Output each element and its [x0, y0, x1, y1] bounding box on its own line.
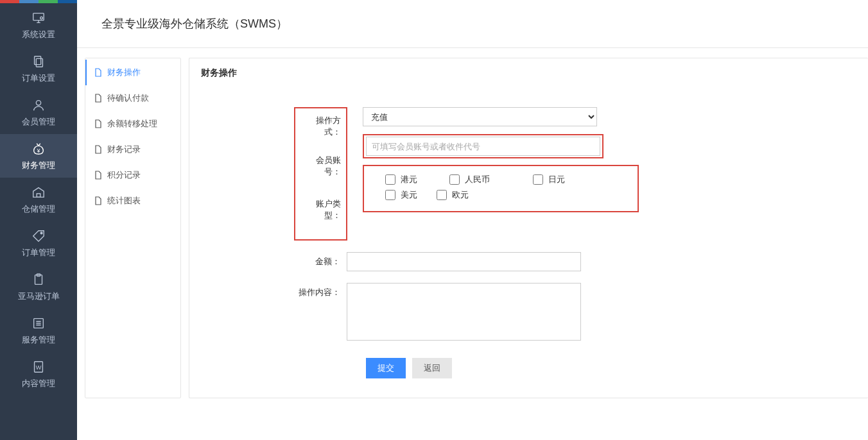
submenu: 财务操作 待确认付款 余额转移处理 财务记录 积分记录 统计图表 [85, 58, 181, 398]
word-doc-icon: W [31, 359, 46, 375]
amount-input[interactable] [347, 252, 581, 271]
user-icon [31, 97, 46, 113]
operation-mode-select[interactable]: 充值 [363, 107, 597, 126]
svg-rect-3 [36, 58, 42, 67]
checkbox-input-cny[interactable] [449, 174, 460, 185]
operation-mode-label: 操作方式： [295, 108, 346, 144]
operation-content-label: 操作内容： [189, 283, 347, 298]
back-button[interactable]: 返回 [412, 358, 452, 378]
sidebar-item-finance-management[interactable]: ¥ 财务管理 [0, 134, 77, 178]
page-header: 全景专业级海外仓储系统（SWMS） [77, 0, 868, 48]
sidebar-item-order-management[interactable]: 订单管理 [0, 221, 77, 265]
member-account-label: 会员账号： [295, 144, 346, 184]
checkbox-label: 日元 [548, 174, 565, 185]
submenu-label: 财务记录 [107, 144, 141, 155]
list-icon [31, 316, 46, 331]
sidebar-item-label: 仓储管理 [22, 203, 55, 215]
highlighted-account-type: 港元 人民币 日元 [363, 165, 639, 212]
operation-content-textarea[interactable] [347, 283, 581, 341]
documents-icon [31, 54, 46, 69]
amount-label: 金额： [189, 252, 347, 267]
svg-rect-6 [37, 193, 40, 197]
submenu-label: 财务操作 [107, 67, 141, 78]
panel-title: 财务操作 [189, 58, 868, 88]
checkbox-input-usd[interactable] [385, 190, 395, 200]
sidebar-item-system-settings[interactable]: 系统设置 [0, 3, 77, 47]
document-icon [94, 196, 102, 205]
svg-point-4 [36, 100, 40, 105]
sidebar-item-label: 会员管理 [22, 116, 55, 128]
money-bag-icon: ¥ [31, 141, 46, 157]
submenu-item-finance-records[interactable]: 财务记录 [85, 137, 180, 162]
sidebar-item-label: 服务管理 [22, 334, 55, 346]
main-sidebar: 系统设置 订单设置 会员管理 ¥ 财务管理 仓储管理 订单管理 亚马逊订单 [0, 0, 77, 398]
clipboard-icon [31, 272, 46, 287]
sidebar-item-label: 订单设置 [22, 72, 55, 84]
sidebar-item-label: 财务管理 [22, 160, 55, 171]
highlighted-member-account [363, 134, 603, 158]
monitor-gear-icon [31, 10, 46, 26]
svg-point-7 [40, 232, 42, 234]
checkbox-label: 美元 [401, 189, 417, 201]
checkbox-hkd[interactable]: 港元 [385, 174, 449, 185]
sidebar-item-service-management[interactable]: 服务管理 [0, 309, 77, 352]
submenu-item-balance-transfer[interactable]: 余额转移处理 [85, 111, 180, 137]
checkbox-label: 欧元 [452, 189, 469, 201]
checkbox-label: 港元 [401, 174, 417, 185]
submenu-item-pending-payment[interactable]: 待确认付款 [85, 85, 180, 111]
sidebar-item-label: 系统设置 [22, 29, 55, 40]
warehouse-icon [31, 185, 46, 200]
submenu-item-statistics-chart[interactable]: 统计图表 [85, 188, 180, 214]
document-icon [94, 171, 102, 180]
member-account-input[interactable] [366, 137, 600, 156]
checkbox-input-eur[interactable] [437, 190, 447, 200]
sidebar-item-label: 内容管理 [22, 378, 55, 389]
submenu-label: 统计图表 [107, 195, 141, 207]
submenu-label: 余额转移处理 [107, 118, 157, 130]
submenu-item-points-records[interactable]: 积分记录 [85, 162, 180, 188]
sidebar-item-label: 订单管理 [22, 247, 55, 258]
tag-icon [31, 228, 46, 244]
checkbox-input-jpy[interactable] [533, 174, 543, 185]
checkbox-usd[interactable]: 美元 [385, 189, 437, 201]
svg-rect-2 [35, 56, 41, 64]
submenu-label: 积分记录 [107, 169, 141, 181]
document-icon [94, 145, 102, 154]
sidebar-item-label: 亚马逊订单 [18, 291, 60, 302]
sidebar-item-warehouse-management[interactable]: 仓储管理 [0, 178, 77, 221]
sidebar-item-content-management[interactable]: W 内容管理 [0, 352, 77, 396]
highlighted-label-group: 操作方式： 会员账号： 账户类型： [294, 107, 347, 241]
submit-button[interactable]: 提交 [366, 358, 406, 378]
sidebar-item-amazon-orders[interactable]: 亚马逊订单 [0, 265, 77, 309]
checkbox-input-hkd[interactable] [385, 174, 395, 185]
svg-text:¥: ¥ [37, 148, 40, 153]
checkbox-cny[interactable]: 人民币 [449, 174, 533, 185]
account-type-label: 账户类型： [295, 184, 346, 239]
document-icon [94, 94, 102, 103]
top-color-strip [0, 0, 77, 3]
sidebar-item-order-settings[interactable]: 订单设置 [0, 47, 77, 90]
checkbox-label: 人民币 [465, 174, 490, 185]
document-icon [94, 68, 102, 77]
page-title: 全景专业级海外仓储系统（SWMS） [101, 16, 288, 31]
checkbox-eur[interactable]: 欧元 [437, 189, 501, 201]
main-panel: 财务操作 操作方式： 会员账号： 账户类型： 充值 [189, 58, 868, 398]
submenu-label: 待确认付款 [107, 92, 149, 104]
sidebar-item-member-management[interactable]: 会员管理 [0, 90, 77, 134]
checkbox-jpy[interactable]: 日元 [533, 174, 603, 185]
svg-text:W: W [36, 364, 42, 370]
svg-point-1 [40, 17, 43, 19]
submenu-item-finance-operation[interactable]: 财务操作 [85, 60, 180, 85]
document-icon [94, 119, 102, 128]
